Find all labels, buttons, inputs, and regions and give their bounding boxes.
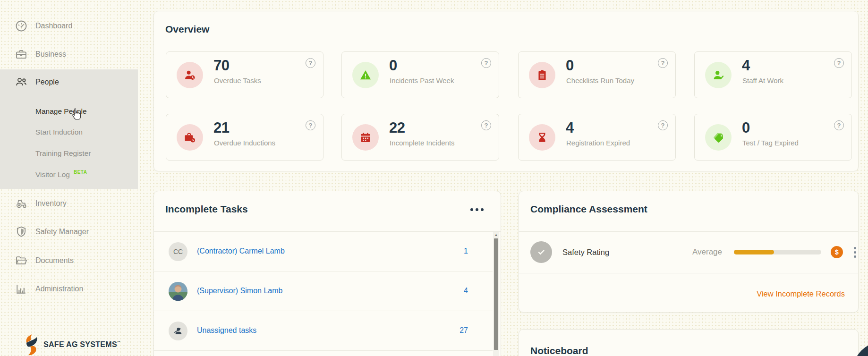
- task-count: 27: [460, 326, 468, 335]
- stat-value: 70: [213, 57, 229, 74]
- clipboard-icon: [529, 62, 555, 88]
- stat-card-incidents-past-week: 0 Incidents Past Week ?: [341, 51, 499, 98]
- stat-label: Checklists Run Today: [566, 76, 634, 85]
- people-icon: [15, 76, 28, 89]
- avatar-photo: [169, 282, 187, 301]
- sidebar-subitem-training-register[interactable]: Training Register: [0, 143, 138, 164]
- premium-dollar-badge-icon: $: [831, 246, 843, 258]
- briefcase-icon: [15, 48, 28, 61]
- task-row-simon-lamb: (Supervisor) Simon Lamb 4: [154, 271, 493, 311]
- sidebar-item-label: People: [35, 78, 59, 86]
- sidebar: Dashboard Business People Manage People …: [0, 0, 138, 356]
- stat-value: 4: [566, 119, 574, 136]
- stat-card-overdue-tasks: 70 Overdue Tasks ?: [166, 51, 323, 98]
- sidebar-item-people[interactable]: People: [0, 71, 138, 93]
- stat-card-checklists-run-today: 0 Checklists Run Today ?: [518, 51, 676, 98]
- rating-level-text: Average: [692, 247, 722, 257]
- noticeboard-panel: Noticeboard: [519, 329, 859, 356]
- stat-label: Test / Tag Expired: [742, 139, 799, 147]
- compliance-kebab-menu-button[interactable]: [853, 246, 857, 259]
- calendar-icon: [352, 124, 379, 151]
- stat-value: 21: [213, 119, 229, 136]
- sidebar-item-inventory[interactable]: Inventory: [0, 192, 138, 215]
- warning-triangle-icon: [352, 62, 379, 88]
- incomplete-tasks-panel: Incomplete Tasks CC (Contractor) Carmel …: [153, 191, 501, 356]
- task-row-unassigned: Unassigned tasks 27: [154, 311, 493, 351]
- help-icon[interactable]: ?: [834, 58, 844, 68]
- overview-panel: Overview 70 Overdue Tasks ? 0 Incidents …: [153, 11, 859, 171]
- tasks-scrollbar[interactable]: ▲: [493, 232, 499, 356]
- compliance-title: Compliance Assessment: [530, 203, 647, 215]
- noticeboard-title: Noticeboard: [530, 345, 588, 356]
- sidebar-item-label: Safety Manager: [35, 228, 89, 236]
- stat-label: Registration Expired: [566, 139, 630, 147]
- sidebar-item-label: Administration: [35, 285, 83, 293]
- tractor-icon: [15, 197, 28, 210]
- help-icon[interactable]: ?: [658, 120, 668, 130]
- safe-ag-systems-logo: SAFE AG SYSTEMS™: [23, 333, 120, 356]
- stat-value: 0: [389, 57, 397, 74]
- safe-ag-systems-logo-mark: [23, 333, 40, 356]
- stat-value: 4: [742, 57, 750, 74]
- divider: [519, 273, 858, 273]
- sidebar-item-safety-manager[interactable]: Safety Manager: [0, 220, 138, 243]
- sidebar-item-label: Inventory: [35, 199, 67, 208]
- safety-rating-progress: [734, 250, 821, 254]
- incomplete-tasks-menu-button[interactable]: [470, 208, 484, 211]
- stat-card-overdue-inductions: 21 Overdue Inductions ?: [166, 114, 323, 161]
- safety-rating-progress-fill: [734, 250, 774, 254]
- sidebar-subitem-label: Start Induction: [35, 128, 83, 136]
- task-count: 4: [464, 287, 468, 295]
- incomplete-tasks-title: Incomplete Tasks: [165, 203, 248, 215]
- task-person-link[interactable]: Unassigned tasks: [197, 326, 256, 335]
- stat-card-incomplete-incidents: 22 Incomplete Incidents ?: [341, 114, 499, 161]
- task-count: 1: [464, 247, 468, 255]
- stat-value: 22: [389, 119, 405, 136]
- stat-card-test-tag-expired: 0 Test / Tag Expired ?: [694, 114, 852, 161]
- help-icon[interactable]: ?: [834, 120, 844, 130]
- task-person-link[interactable]: (Contractor) Carmel Lamb: [197, 247, 285, 255]
- overview-title: Overview: [165, 24, 209, 35]
- stat-value: 0: [742, 119, 750, 136]
- help-icon[interactable]: ?: [306, 58, 315, 68]
- scrollbar-thumb[interactable]: [494, 238, 498, 350]
- compliance-assessment-panel: Compliance Assessment Safety Rating Aver…: [519, 191, 859, 313]
- dashboard-gauge-icon: [15, 19, 28, 33]
- scrollbar-up-arrow[interactable]: ▲: [493, 233, 499, 237]
- stat-card-registration-expired: 4 Registration Expired ?: [518, 114, 676, 161]
- help-icon[interactable]: ?: [481, 120, 491, 130]
- logo-text: SAFE AG SYSTEMS™: [43, 340, 120, 349]
- stat-label: Overdue Tasks: [214, 76, 261, 85]
- sidebar-subitem-label: Visitor LogBETA: [35, 170, 87, 179]
- stat-value: 0: [566, 57, 574, 74]
- sidebar-subitem-start-induction[interactable]: Start Induction: [0, 122, 138, 143]
- stat-label: Incomplete Incidents: [390, 139, 455, 147]
- person-check-icon: [705, 62, 732, 88]
- sidebar-item-dashboard[interactable]: Dashboard: [0, 15, 138, 37]
- hourglass-icon: [529, 124, 555, 151]
- sidebar-item-label: Dashboard: [35, 22, 72, 30]
- help-icon[interactable]: ?: [306, 120, 315, 130]
- task-row-carmel-lamb: CC (Contractor) Carmel Lamb 1: [154, 232, 493, 271]
- sidebar-item-business[interactable]: Business: [0, 43, 138, 66]
- person-clock-icon: [177, 62, 203, 88]
- sidebar-subitem-visitor-log[interactable]: Visitor LogBETA: [0, 164, 138, 185]
- stat-label: Overdue Inductions: [214, 139, 275, 147]
- avatar-initials: CC: [169, 242, 187, 261]
- task-person-link[interactable]: (Supervisor) Simon Lamb: [197, 287, 282, 295]
- view-incomplete-records-link[interactable]: View Incomplete Records: [757, 289, 845, 298]
- sidebar-subitem-label: Manage People: [35, 107, 87, 116]
- sidebar-item-documents[interactable]: Documents: [0, 249, 138, 272]
- sidebar-subitem-manage-people[interactable]: Manage People: [0, 101, 138, 122]
- shield-icon: [15, 225, 28, 238]
- sidebar-subitem-label: Training Register: [35, 149, 91, 158]
- tags-icon: [705, 124, 732, 151]
- sidebar-item-administration[interactable]: Administration: [0, 278, 138, 300]
- safety-rating-badge-icon: [530, 241, 552, 263]
- sidebar-item-label: Business: [35, 50, 66, 59]
- unassigned-person-icon: [169, 322, 187, 340]
- beta-badge: BETA: [74, 170, 87, 175]
- help-icon[interactable]: ?: [481, 58, 491, 68]
- help-icon[interactable]: ?: [658, 58, 668, 68]
- divider: [519, 231, 858, 232]
